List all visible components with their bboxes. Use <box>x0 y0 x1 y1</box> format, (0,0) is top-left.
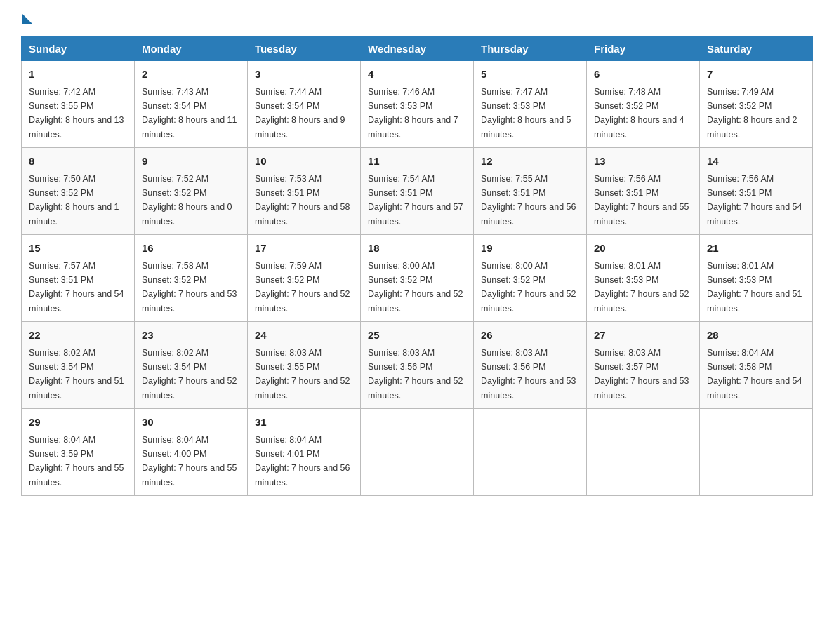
day-info: Sunrise: 7:58 AMSunset: 3:52 PMDaylight:… <box>142 261 237 314</box>
day-number: 11 <box>368 154 466 170</box>
calendar-cell: 18Sunrise: 8:00 AMSunset: 3:52 PMDayligh… <box>361 235 474 322</box>
day-number: 23 <box>142 328 240 344</box>
day-number: 15 <box>29 241 127 257</box>
day-number: 26 <box>481 328 579 344</box>
weekday-header-tuesday: Tuesday <box>248 37 361 61</box>
day-info: Sunrise: 8:04 AMSunset: 4:00 PMDaylight:… <box>142 435 237 488</box>
week-row-4: 22Sunrise: 8:02 AMSunset: 3:54 PMDayligh… <box>22 322 813 409</box>
calendar-cell: 31Sunrise: 8:04 AMSunset: 4:01 PMDayligh… <box>248 409 361 496</box>
day-number: 28 <box>707 328 805 344</box>
calendar-cell: 21Sunrise: 8:01 AMSunset: 3:53 PMDayligh… <box>700 235 813 322</box>
calendar-cell: 17Sunrise: 7:59 AMSunset: 3:52 PMDayligh… <box>248 235 361 322</box>
day-info: Sunrise: 7:49 AMSunset: 3:52 PMDaylight:… <box>707 87 797 140</box>
logo <box>21 14 34 24</box>
day-number: 27 <box>594 328 692 344</box>
calendar-cell <box>700 409 813 496</box>
day-info: Sunrise: 8:03 AMSunset: 3:56 PMDaylight:… <box>368 348 463 401</box>
day-info: Sunrise: 7:54 AMSunset: 3:51 PMDaylight:… <box>368 174 463 227</box>
calendar-cell: 29Sunrise: 8:04 AMSunset: 3:59 PMDayligh… <box>22 409 135 496</box>
day-number: 4 <box>368 67 466 83</box>
day-number: 6 <box>594 67 692 83</box>
calendar-cell: 25Sunrise: 8:03 AMSunset: 3:56 PMDayligh… <box>361 322 474 409</box>
weekday-header-sunday: Sunday <box>22 37 135 61</box>
day-number: 30 <box>142 415 240 431</box>
day-number: 14 <box>707 154 805 170</box>
day-info: Sunrise: 7:42 AMSunset: 3:55 PMDaylight:… <box>29 87 124 140</box>
calendar-table: SundayMondayTuesdayWednesdayThursdayFrid… <box>21 36 813 496</box>
calendar-cell: 30Sunrise: 8:04 AMSunset: 4:00 PMDayligh… <box>135 409 248 496</box>
calendar-cell: 28Sunrise: 8:04 AMSunset: 3:58 PMDayligh… <box>700 322 813 409</box>
calendar-cell: 23Sunrise: 8:02 AMSunset: 3:54 PMDayligh… <box>135 322 248 409</box>
day-number: 7 <box>707 67 805 83</box>
calendar-cell: 4Sunrise: 7:46 AMSunset: 3:53 PMDaylight… <box>361 61 474 148</box>
day-info: Sunrise: 7:57 AMSunset: 3:51 PMDaylight:… <box>29 261 124 314</box>
day-info: Sunrise: 8:03 AMSunset: 3:57 PMDaylight:… <box>594 348 689 401</box>
calendar-cell: 9Sunrise: 7:52 AMSunset: 3:52 PMDaylight… <box>135 148 248 235</box>
day-number: 8 <box>29 154 127 170</box>
calendar-cell: 1Sunrise: 7:42 AMSunset: 3:55 PMDaylight… <box>22 61 135 148</box>
weekday-header-row: SundayMondayTuesdayWednesdayThursdayFrid… <box>22 37 813 61</box>
day-info: Sunrise: 7:48 AMSunset: 3:52 PMDaylight:… <box>594 87 684 140</box>
weekday-header-wednesday: Wednesday <box>361 37 474 61</box>
calendar-cell: 8Sunrise: 7:50 AMSunset: 3:52 PMDaylight… <box>22 148 135 235</box>
calendar-cell: 2Sunrise: 7:43 AMSunset: 3:54 PMDaylight… <box>135 61 248 148</box>
day-info: Sunrise: 8:00 AMSunset: 3:52 PMDaylight:… <box>368 261 463 314</box>
calendar-cell: 13Sunrise: 7:56 AMSunset: 3:51 PMDayligh… <box>587 148 700 235</box>
calendar-cell: 10Sunrise: 7:53 AMSunset: 3:51 PMDayligh… <box>248 148 361 235</box>
day-info: Sunrise: 7:46 AMSunset: 3:53 PMDaylight:… <box>368 87 458 140</box>
calendar-cell: 16Sunrise: 7:58 AMSunset: 3:52 PMDayligh… <box>135 235 248 322</box>
calendar-cell: 27Sunrise: 8:03 AMSunset: 3:57 PMDayligh… <box>587 322 700 409</box>
day-number: 12 <box>481 154 579 170</box>
logo-triangle-icon <box>22 14 32 24</box>
week-row-5: 29Sunrise: 8:04 AMSunset: 3:59 PMDayligh… <box>22 409 813 496</box>
day-number: 17 <box>255 241 353 257</box>
logo-text <box>21 14 34 24</box>
day-info: Sunrise: 7:52 AMSunset: 3:52 PMDaylight:… <box>142 174 232 227</box>
calendar-cell: 15Sunrise: 7:57 AMSunset: 3:51 PMDayligh… <box>22 235 135 322</box>
calendar-cell: 3Sunrise: 7:44 AMSunset: 3:54 PMDaylight… <box>248 61 361 148</box>
weekday-header-saturday: Saturday <box>700 37 813 61</box>
day-number: 5 <box>481 67 579 83</box>
weekday-header-monday: Monday <box>135 37 248 61</box>
day-info: Sunrise: 8:01 AMSunset: 3:53 PMDaylight:… <box>594 261 689 314</box>
day-info: Sunrise: 7:56 AMSunset: 3:51 PMDaylight:… <box>707 174 802 227</box>
calendar-cell: 26Sunrise: 8:03 AMSunset: 3:56 PMDayligh… <box>474 322 587 409</box>
day-number: 2 <box>142 67 240 83</box>
day-info: Sunrise: 8:04 AMSunset: 4:01 PMDaylight:… <box>255 435 350 488</box>
day-info: Sunrise: 8:02 AMSunset: 3:54 PMDaylight:… <box>29 348 124 401</box>
day-number: 18 <box>368 241 466 257</box>
day-number: 9 <box>142 154 240 170</box>
day-number: 21 <box>707 241 805 257</box>
week-row-3: 15Sunrise: 7:57 AMSunset: 3:51 PMDayligh… <box>22 235 813 322</box>
day-info: Sunrise: 8:04 AMSunset: 3:58 PMDaylight:… <box>707 348 802 401</box>
calendar-cell: 12Sunrise: 7:55 AMSunset: 3:51 PMDayligh… <box>474 148 587 235</box>
day-info: Sunrise: 8:01 AMSunset: 3:53 PMDaylight:… <box>707 261 802 314</box>
day-number: 3 <box>255 67 353 83</box>
day-info: Sunrise: 8:00 AMSunset: 3:52 PMDaylight:… <box>481 261 576 314</box>
day-info: Sunrise: 8:03 AMSunset: 3:56 PMDaylight:… <box>481 348 576 401</box>
calendar-cell: 22Sunrise: 8:02 AMSunset: 3:54 PMDayligh… <box>22 322 135 409</box>
calendar-cell: 24Sunrise: 8:03 AMSunset: 3:55 PMDayligh… <box>248 322 361 409</box>
day-number: 1 <box>29 67 127 83</box>
day-info: Sunrise: 7:47 AMSunset: 3:53 PMDaylight:… <box>481 87 571 140</box>
day-number: 22 <box>29 328 127 344</box>
calendar-cell: 6Sunrise: 7:48 AMSunset: 3:52 PMDaylight… <box>587 61 700 148</box>
day-number: 20 <box>594 241 692 257</box>
day-info: Sunrise: 7:43 AMSunset: 3:54 PMDaylight:… <box>142 87 237 140</box>
day-info: Sunrise: 7:59 AMSunset: 3:52 PMDaylight:… <box>255 261 350 314</box>
day-info: Sunrise: 7:56 AMSunset: 3:51 PMDaylight:… <box>594 174 689 227</box>
day-number: 24 <box>255 328 353 344</box>
week-row-2: 8Sunrise: 7:50 AMSunset: 3:52 PMDaylight… <box>22 148 813 235</box>
day-info: Sunrise: 8:04 AMSunset: 3:59 PMDaylight:… <box>29 435 124 488</box>
calendar-cell: 19Sunrise: 8:00 AMSunset: 3:52 PMDayligh… <box>474 235 587 322</box>
calendar-cell: 7Sunrise: 7:49 AMSunset: 3:52 PMDaylight… <box>700 61 813 148</box>
day-number: 16 <box>142 241 240 257</box>
calendar-cell: 11Sunrise: 7:54 AMSunset: 3:51 PMDayligh… <box>361 148 474 235</box>
weekday-header-friday: Friday <box>587 37 700 61</box>
day-info: Sunrise: 8:02 AMSunset: 3:54 PMDaylight:… <box>142 348 237 401</box>
day-number: 31 <box>255 415 353 431</box>
day-info: Sunrise: 7:50 AMSunset: 3:52 PMDaylight:… <box>29 174 119 227</box>
calendar-cell: 14Sunrise: 7:56 AMSunset: 3:51 PMDayligh… <box>700 148 813 235</box>
day-number: 10 <box>255 154 353 170</box>
day-number: 13 <box>594 154 692 170</box>
